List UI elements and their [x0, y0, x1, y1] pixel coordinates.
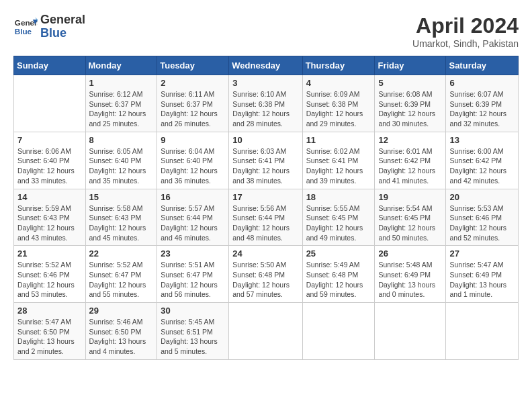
day-number: 14: [17, 192, 82, 202]
day-number: 23: [161, 248, 225, 259]
day-header-wednesday: Wednesday: [229, 56, 302, 75]
calendar-cell: 30Sunrise: 5:45 AM Sunset: 6:51 PM Dayli…: [157, 303, 229, 360]
calendar-cell: 10Sunrise: 6:03 AM Sunset: 6:41 PM Dayli…: [229, 132, 302, 189]
day-number: 9: [161, 135, 225, 145]
day-info: Sunrise: 6:01 AM Sunset: 6:42 PM Dayligh…: [378, 146, 442, 186]
day-info: Sunrise: 5:56 AM Sunset: 6:44 PM Dayligh…: [232, 203, 298, 243]
calendar-title: April 2024: [412, 13, 519, 38]
calendar-cell: [14, 75, 86, 132]
calendar-body: 1Sunrise: 6:12 AM Sunset: 6:37 PM Daylig…: [14, 75, 519, 360]
day-number: 27: [449, 248, 515, 259]
logo: General Blue General Blue: [13, 13, 85, 40]
calendar-cell: 14Sunrise: 5:59 AM Sunset: 6:43 PM Dayli…: [14, 189, 86, 246]
calendar-cell: [229, 303, 302, 360]
day-info: Sunrise: 6:05 AM Sunset: 6:40 PM Dayligh…: [89, 146, 154, 186]
calendar-cell: 4Sunrise: 6:09 AM Sunset: 6:38 PM Daylig…: [302, 75, 375, 132]
logo-text-blue: Blue: [40, 27, 85, 40]
day-number: 13: [449, 135, 515, 145]
day-info: Sunrise: 6:11 AM Sunset: 6:37 PM Dayligh…: [161, 89, 225, 129]
day-header-monday: Monday: [85, 56, 157, 75]
day-info: Sunrise: 5:55 AM Sunset: 6:45 PM Dayligh…: [306, 203, 371, 243]
calendar-cell: 21Sunrise: 5:52 AM Sunset: 6:46 PM Dayli…: [14, 246, 86, 303]
day-number: 5: [378, 78, 442, 88]
day-number: 24: [232, 248, 298, 259]
day-info: Sunrise: 5:58 AM Sunset: 6:43 PM Dayligh…: [89, 203, 154, 243]
day-info: Sunrise: 5:54 AM Sunset: 6:45 PM Dayligh…: [378, 203, 442, 243]
day-info: Sunrise: 5:49 AM Sunset: 6:48 PM Dayligh…: [306, 260, 371, 300]
day-number: 20: [449, 192, 515, 202]
day-number: 3: [232, 78, 298, 88]
calendar-cell: 20Sunrise: 5:53 AM Sunset: 6:46 PM Dayli…: [446, 189, 519, 246]
day-number: 2: [161, 78, 225, 88]
calendar-week-3: 14Sunrise: 5:59 AM Sunset: 6:43 PM Dayli…: [14, 189, 519, 246]
calendar-cell: 29Sunrise: 5:46 AM Sunset: 6:50 PM Dayli…: [85, 303, 157, 360]
day-info: Sunrise: 5:59 AM Sunset: 6:43 PM Dayligh…: [17, 203, 82, 243]
day-number: 12: [378, 135, 442, 145]
day-info: Sunrise: 6:06 AM Sunset: 6:40 PM Dayligh…: [17, 146, 82, 186]
logo-icon: General Blue: [13, 15, 38, 39]
day-info: Sunrise: 6:12 AM Sunset: 6:37 PM Dayligh…: [89, 89, 154, 129]
day-info: Sunrise: 6:07 AM Sunset: 6:39 PM Dayligh…: [449, 89, 515, 129]
day-header-friday: Friday: [375, 56, 446, 75]
day-info: Sunrise: 5:50 AM Sunset: 6:48 PM Dayligh…: [232, 260, 298, 300]
title-block: April 2024 Umarkot, Sindh, Pakistan: [412, 13, 519, 49]
day-header-sunday: Sunday: [14, 56, 86, 75]
day-number: 10: [232, 135, 298, 145]
logo-text-general: General: [40, 13, 85, 27]
calendar-cell: 8Sunrise: 6:05 AM Sunset: 6:40 PM Daylig…: [85, 132, 157, 189]
calendar-cell: 12Sunrise: 6:01 AM Sunset: 6:42 PM Dayli…: [375, 132, 446, 189]
calendar-cell: 22Sunrise: 5:52 AM Sunset: 6:47 PM Dayli…: [85, 246, 157, 303]
day-number: 21: [17, 248, 82, 259]
day-header-thursday: Thursday: [302, 56, 375, 75]
day-number: 1: [89, 78, 154, 88]
calendar-cell: 2Sunrise: 6:11 AM Sunset: 6:37 PM Daylig…: [157, 75, 229, 132]
day-number: 22: [89, 248, 154, 259]
day-info: Sunrise: 5:47 AM Sunset: 6:49 PM Dayligh…: [449, 260, 515, 300]
calendar-cell: 13Sunrise: 6:00 AM Sunset: 6:42 PM Dayli…: [446, 132, 519, 189]
day-info: Sunrise: 6:03 AM Sunset: 6:41 PM Dayligh…: [232, 146, 298, 186]
day-info: Sunrise: 6:04 AM Sunset: 6:40 PM Dayligh…: [161, 146, 225, 186]
calendar-cell: [375, 303, 446, 360]
day-info: Sunrise: 5:48 AM Sunset: 6:49 PM Dayligh…: [378, 260, 442, 300]
day-number: 16: [161, 192, 225, 202]
day-info: Sunrise: 6:08 AM Sunset: 6:39 PM Dayligh…: [378, 89, 442, 129]
day-number: 25: [306, 248, 371, 259]
calendar-cell: 26Sunrise: 5:48 AM Sunset: 6:49 PM Dayli…: [375, 246, 446, 303]
day-number: 18: [306, 192, 371, 202]
day-number: 30: [161, 306, 225, 316]
day-info: Sunrise: 5:46 AM Sunset: 6:50 PM Dayligh…: [89, 317, 154, 357]
day-number: 15: [89, 192, 154, 202]
svg-text:Blue: Blue: [15, 27, 32, 36]
page-header: General Blue General Blue April 2024 Uma…: [13, 13, 519, 49]
calendar-cell: 27Sunrise: 5:47 AM Sunset: 6:49 PM Dayli…: [446, 246, 519, 303]
calendar-cell: 6Sunrise: 6:07 AM Sunset: 6:39 PM Daylig…: [446, 75, 519, 132]
day-number: 29: [89, 306, 154, 316]
calendar-cell: 24Sunrise: 5:50 AM Sunset: 6:48 PM Dayli…: [229, 246, 302, 303]
calendar-cell: 17Sunrise: 5:56 AM Sunset: 6:44 PM Dayli…: [229, 189, 302, 246]
day-number: 4: [306, 78, 371, 88]
day-number: 11: [306, 135, 371, 145]
calendar-cell: 18Sunrise: 5:55 AM Sunset: 6:45 PM Dayli…: [302, 189, 375, 246]
day-info: Sunrise: 6:10 AM Sunset: 6:38 PM Dayligh…: [232, 89, 298, 129]
day-info: Sunrise: 5:47 AM Sunset: 6:50 PM Dayligh…: [17, 317, 82, 357]
day-info: Sunrise: 5:57 AM Sunset: 6:44 PM Dayligh…: [161, 203, 225, 243]
day-number: 17: [232, 192, 298, 202]
calendar-week-5: 28Sunrise: 5:47 AM Sunset: 6:50 PM Dayli…: [14, 303, 519, 360]
calendar-cell: 3Sunrise: 6:10 AM Sunset: 6:38 PM Daylig…: [229, 75, 302, 132]
calendar-table: SundayMondayTuesdayWednesdayThursdayFrid…: [13, 56, 519, 360]
calendar-cell: [302, 303, 375, 360]
calendar-subtitle: Umarkot, Sindh, Pakistan: [412, 38, 519, 49]
calendar-header: SundayMondayTuesdayWednesdayThursdayFrid…: [14, 56, 519, 75]
calendar-week-1: 1Sunrise: 6:12 AM Sunset: 6:37 PM Daylig…: [14, 75, 519, 132]
day-number: 26: [378, 248, 442, 259]
day-header-tuesday: Tuesday: [157, 56, 229, 75]
calendar-cell: 1Sunrise: 6:12 AM Sunset: 6:37 PM Daylig…: [85, 75, 157, 132]
day-info: Sunrise: 6:02 AM Sunset: 6:41 PM Dayligh…: [306, 146, 371, 186]
calendar-cell: 28Sunrise: 5:47 AM Sunset: 6:50 PM Dayli…: [14, 303, 86, 360]
calendar-cell: 11Sunrise: 6:02 AM Sunset: 6:41 PM Dayli…: [302, 132, 375, 189]
day-info: Sunrise: 6:09 AM Sunset: 6:38 PM Dayligh…: [306, 89, 371, 129]
svg-text:General: General: [15, 18, 38, 27]
calendar-cell: 23Sunrise: 5:51 AM Sunset: 6:47 PM Dayli…: [157, 246, 229, 303]
day-info: Sunrise: 6:00 AM Sunset: 6:42 PM Dayligh…: [449, 146, 515, 186]
calendar-cell: 25Sunrise: 5:49 AM Sunset: 6:48 PM Dayli…: [302, 246, 375, 303]
